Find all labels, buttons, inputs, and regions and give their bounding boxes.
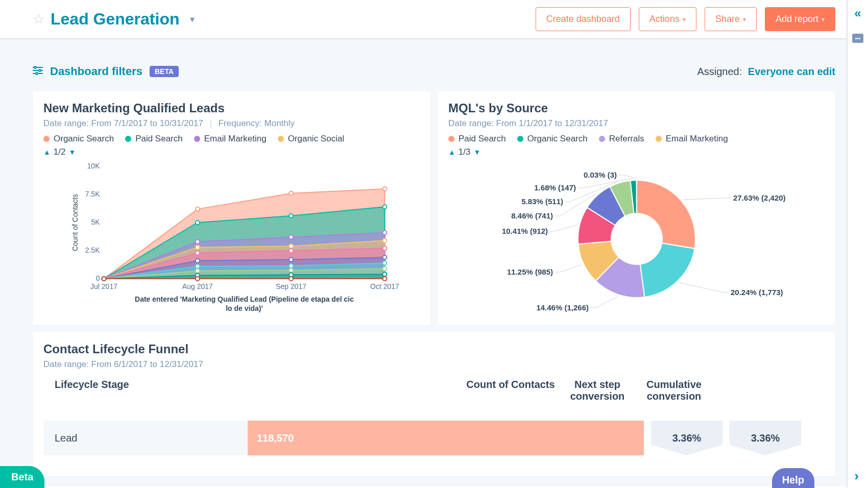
help-tab[interactable]: Help (772, 468, 814, 488)
dashboard-grid: New Marketing Qualified Leads Date range… (0, 91, 868, 486)
create-dashboard-button[interactable]: Create dashboard (536, 7, 631, 31)
card-subtitle: Date range: From 7/1/2017 to 10/31/2017 … (43, 118, 420, 129)
legend-dot (448, 136, 454, 142)
date-range-label: Date range: (43, 118, 89, 128)
share-label: Share (715, 14, 740, 25)
legend-item[interactable]: Referrals (599, 134, 644, 144)
legend-item[interactable]: Organic Search (43, 134, 114, 144)
collapse-rail-icon[interactable]: « (854, 6, 861, 20)
card-mql-source[interactable]: MQL's by Source Date range: From 1/1/201… (438, 91, 835, 325)
svg-text:1.68% (147): 1.68% (147) (534, 183, 576, 192)
next-arrow-icon[interactable]: › (854, 468, 859, 484)
assigned-link[interactable]: Everyone can edit (748, 66, 835, 77)
header-bar: ☆ Lead Generation ▾ Create dashboard Act… (0, 0, 868, 39)
pager-prev-icon[interactable]: ▲ (448, 148, 455, 156)
svg-text:Oct 2017: Oct 2017 (370, 282, 399, 290)
svg-text:5.83% (511): 5.83% (511) (521, 197, 563, 206)
svg-text:7.5K: 7.5K (85, 190, 100, 198)
right-rail: « ••• (847, 0, 868, 488)
svg-point-49 (289, 277, 293, 281)
legend-label: Organic Search (54, 134, 114, 144)
col-lifecycle-stage: Lifecycle Stage (43, 379, 462, 402)
legend-dot (599, 136, 605, 142)
date-range-value: From 7/1/2017 to 10/31/2017 (91, 118, 203, 128)
legend-item[interactable]: Email Marketing (194, 134, 267, 144)
svg-text:Sep 2017: Sep 2017 (276, 282, 306, 290)
create-dashboard-label: Create dashboard (546, 14, 620, 25)
frequency-value: Monthly (264, 118, 295, 128)
dashboard-title[interactable]: Lead Generation (51, 10, 180, 29)
card-subtitle: Date range: From 1/1/2017 to 12/31/2017 (448, 118, 825, 129)
pager-text: 1/2 (54, 147, 66, 157)
svg-point-34 (383, 255, 387, 259)
svg-point-28 (196, 251, 200, 255)
date-range-label: Date range: (448, 118, 494, 128)
next-conv-value: 3.36% (651, 421, 722, 455)
beta-badge: BETA (150, 66, 179, 77)
svg-point-17 (289, 214, 293, 218)
caret-down-icon: ▾ (683, 16, 686, 23)
cumu-conv-value: 3.36% (730, 421, 801, 455)
svg-text:10K: 10K (87, 162, 101, 170)
legend: Paid SearchOrganic SearchReferralsEmail … (448, 134, 825, 144)
svg-text:0.03% (3): 0.03% (3) (583, 170, 616, 179)
legend-label: Email Marketing (204, 134, 267, 144)
svg-point-46 (383, 272, 387, 276)
actions-button[interactable]: Actions▾ (639, 7, 696, 31)
card-mql-leads[interactable]: New Marketing Qualified Leads Date range… (33, 91, 430, 325)
svg-text:Jul 2017: Jul 2017 (90, 282, 117, 290)
card-funnel[interactable]: Contact Lifecycle Funnel Date range: Fro… (33, 332, 835, 476)
svg-text:8.46% (741): 8.46% (741) (511, 211, 553, 220)
date-range-label: Date range: (43, 359, 89, 369)
legend-item[interactable]: Organic Search (517, 134, 588, 144)
svg-point-25 (289, 244, 293, 248)
beta-tab[interactable]: Beta (0, 466, 44, 488)
svg-point-4 (39, 69, 41, 71)
legend-item[interactable]: Organic Social (278, 134, 345, 144)
legend: Organic SearchPaid SearchEmail Marketing… (43, 134, 420, 144)
favorite-star-icon[interactable]: ☆ (33, 11, 44, 27)
svg-text:5K: 5K (91, 218, 100, 226)
legend-dot (194, 136, 200, 142)
chat-icon[interactable]: ••• (852, 34, 863, 43)
assigned-label: Assigned: (697, 66, 742, 77)
frequency-label: Frequency: (219, 118, 262, 128)
date-range-value: From 6/1/2017 to 12/31/2017 (91, 359, 203, 369)
pager-next-icon[interactable]: ▼ (474, 148, 481, 156)
svg-point-3 (34, 66, 36, 68)
legend-dot (43, 136, 50, 142)
legend-item[interactable]: Paid Search (125, 134, 183, 144)
legend-label: Organic Search (527, 134, 588, 144)
title-dropdown-icon[interactable]: ▾ (190, 14, 195, 25)
svg-point-48 (196, 277, 200, 281)
svg-text:lo de vida)': lo de vida)' (226, 304, 263, 312)
add-report-label: Add report (776, 14, 818, 25)
pager-prev-icon[interactable]: ▲ (43, 148, 51, 156)
share-button[interactable]: Share▾ (705, 7, 757, 31)
caret-down-icon: ▾ (743, 16, 746, 23)
svg-point-12 (196, 207, 200, 211)
funnel-bar: 118,570 (248, 421, 644, 455)
add-report-button[interactable]: Add report▾ (765, 7, 835, 31)
svg-point-32 (196, 259, 200, 263)
funnel-row: Lead118,5703.36%3.36% (43, 421, 825, 455)
svg-text:14.46% (1,266): 14.46% (1,266) (536, 303, 589, 312)
legend-pager: ▲ 1/3 ▼ (448, 147, 825, 157)
legend-item[interactable]: Email Marketing (656, 134, 728, 144)
legend-item[interactable]: Paid Search (448, 134, 506, 144)
svg-point-13 (289, 191, 293, 196)
area-chart: 10K7.5K5K2.5K0Jul 2017Aug 2017Sep 2017Oc… (43, 161, 420, 314)
svg-text:27.63% (2,420): 27.63% (2,420) (733, 193, 786, 202)
svg-point-33 (289, 258, 293, 262)
svg-text:Date entered 'Marketing Qualif: Date entered 'Marketing Qualified Lead (… (135, 295, 354, 303)
funnel-header-row: Lifecycle Stage Count of Contacts Next s… (43, 379, 825, 402)
dashboard-filters-button[interactable]: Dashboard filters BETA (33, 65, 179, 78)
col-cumu-conv: Cumulative conversion (636, 379, 712, 402)
card-title: New Marketing Qualified Leads (43, 101, 420, 115)
legend-label: Paid Search (459, 134, 506, 144)
svg-point-38 (383, 261, 387, 265)
pager-next-icon[interactable]: ▼ (69, 148, 76, 156)
caret-down-icon: ▾ (822, 16, 825, 23)
actions-label: Actions (649, 14, 680, 25)
sliders-icon (33, 66, 43, 78)
